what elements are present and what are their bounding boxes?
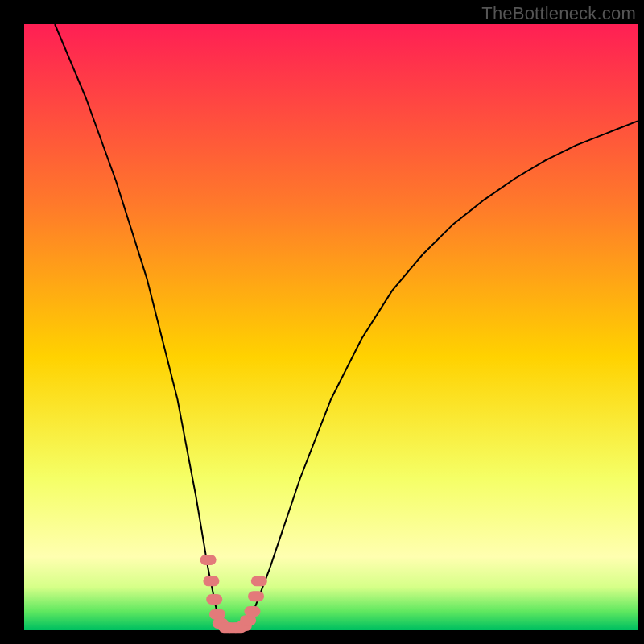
bottleneck-marker (240, 615, 256, 625)
bottleneck-marker (248, 591, 264, 601)
bottleneck-chart (0, 0, 644, 644)
chart-root: TheBottleneck.com (0, 0, 644, 644)
watermark-text: TheBottleneck.com (481, 3, 636, 24)
bottleneck-marker (203, 576, 219, 586)
bottleneck-marker (244, 606, 260, 617)
bottleneck-marker (251, 576, 267, 586)
plot-area (24, 24, 638, 633)
bottleneck-marker (209, 609, 225, 620)
bottleneck-marker (206, 594, 222, 605)
gradient-background (24, 24, 638, 630)
bottleneck-marker (200, 555, 217, 565)
